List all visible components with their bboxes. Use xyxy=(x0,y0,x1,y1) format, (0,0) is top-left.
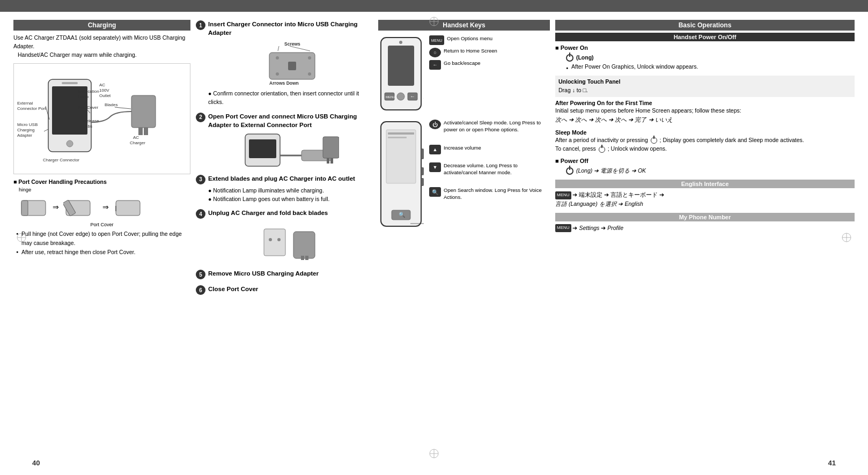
step-1-number: 1 xyxy=(196,20,205,30)
svg-text:MENU: MENU xyxy=(386,95,395,99)
menu-key-icon: MENU xyxy=(429,35,444,45)
arrow-icon-1: ⇒ xyxy=(53,203,59,211)
svg-rect-87 xyxy=(421,178,424,186)
handset-phone-bottom-svg: 🔍 xyxy=(378,119,424,232)
svg-line-55 xyxy=(290,46,310,51)
svg-point-49 xyxy=(308,56,311,60)
power-on-section: ■ Power On (Long) After Power On Graphic… xyxy=(555,44,855,71)
reg-mark-top xyxy=(429,16,439,27)
key-row-vol-down: ▼ Decrease volume. Long Press to activat… xyxy=(429,162,550,176)
key-row-home: ○ Return to Home Screen xyxy=(429,47,550,57)
step-2-number: 2 xyxy=(196,113,205,122)
charging-intro-text: Use AC Charger ZTDAA1 (sold separately) … xyxy=(13,34,190,59)
port-cover-bullets: Pull hinge (not Cover edge) to open Port… xyxy=(13,229,190,256)
step-3: 3 Extend blades and plug AC Charger into… xyxy=(196,174,373,204)
svg-text:Charging: Charging xyxy=(17,128,34,132)
port-cover-label: Port Cover xyxy=(13,222,190,227)
step-1-title: Insert Charger Connector into Micro USB … xyxy=(208,20,373,37)
svg-text:Connector Port: Connector Port xyxy=(17,106,47,111)
step-6-title: Close Port Cover xyxy=(208,285,258,293)
step-3-bullet-2: ● Notification Lamp goes out when batter… xyxy=(208,195,373,204)
svg-point-65 xyxy=(269,238,272,241)
svg-text:Adapter: Adapter xyxy=(17,133,32,138)
svg-text:🔍: 🔍 xyxy=(399,211,406,218)
handset-top-keys-list: MENU Open Options menu ○ Return to Home … xyxy=(429,35,550,114)
power-on-body: (Long) After Power On Graphics, Unlock w… xyxy=(555,53,855,71)
key-home-desc: Return to Home Screen xyxy=(444,47,497,54)
page-number-right: 41 xyxy=(828,459,836,467)
svg-point-50 xyxy=(276,72,279,76)
step-2: 2 Open Port Cover and connect Micro USB … xyxy=(196,112,373,169)
basic-ops-title: Basic Operations xyxy=(555,20,855,31)
power-icon-3 xyxy=(599,146,605,153)
home-key-icon: ○ xyxy=(429,48,441,57)
svg-text:Tabs: Tabs xyxy=(83,124,92,129)
sleep-mode-title: Sleep Mode xyxy=(555,129,855,136)
handset-phone-top-diagram: MENU ← xyxy=(378,35,424,114)
key-row-vol-up: ▲ Increase volume xyxy=(429,144,550,154)
step-3-bullet-1: ● Notification Lamp illuminates while ch… xyxy=(208,187,373,195)
back-key-icon: ← xyxy=(429,60,441,70)
svg-rect-23 xyxy=(138,128,143,135)
svg-rect-15 xyxy=(62,82,78,84)
svg-text:Charger Connector: Charger Connector xyxy=(43,158,79,162)
step-6-number: 6 xyxy=(196,285,205,295)
english-interface-section: MENU ➔ 端末設定 ➔ 言語とキーボード ➔ 言語 (Language) を… xyxy=(555,190,855,209)
my-phone-number-subtitle: My Phone Number xyxy=(555,213,855,221)
charging-diagram-svg: External Connector Port AC 100V Outlet A… xyxy=(16,66,177,170)
step-4-svg xyxy=(259,221,323,264)
step-2-title: Open Port Cover and connect Micro USB Ch… xyxy=(208,112,373,129)
port-cover-diagram: ⇒ ⇒ xyxy=(13,194,190,220)
handset-phone-top-svg: MENU ← xyxy=(378,35,424,113)
svg-rect-61 xyxy=(323,137,339,158)
svg-text:Release: Release xyxy=(83,118,99,123)
svg-point-72 xyxy=(399,41,402,44)
key-row-back: ← Go back/escape xyxy=(429,60,550,70)
basic-ops-section: Basic Operations Handset Power On/Off ■ … xyxy=(553,17,857,470)
power-off-header: ■ Power Off xyxy=(555,158,855,164)
power-on-bullet: After Power On Graphics, Unlock window a… xyxy=(566,63,698,70)
svg-line-54 xyxy=(278,46,279,51)
english-interface-subtitle: English Interface xyxy=(555,180,855,188)
svg-rect-84 xyxy=(388,137,407,138)
power-icon-4 xyxy=(566,167,573,175)
port-cover-bullet-2: After use, retract hinge then close Port… xyxy=(16,248,190,257)
svg-rect-42 xyxy=(21,201,28,216)
svg-point-66 xyxy=(277,238,281,241)
step-3-title: Extend blades and plug AC Charger into A… xyxy=(208,174,355,183)
step-6: 6 Close Port Cover xyxy=(196,285,373,295)
power-off-sequence: (Long) ➔ 電源を切る ➔ OK xyxy=(555,166,855,175)
charging-title: Charging xyxy=(13,20,190,31)
key-row-menu: MENU Open Options menu xyxy=(429,35,550,45)
svg-text:Charger: Charger xyxy=(130,140,145,145)
reg-mark-bottom xyxy=(429,448,439,459)
svg-rect-22 xyxy=(131,95,156,128)
step-1-diagram: Screws Arrows Down xyxy=(208,39,373,87)
svg-line-39 xyxy=(115,107,131,109)
step-3-body: ● Notification Lamp illuminates while ch… xyxy=(196,187,373,204)
svg-text:100V: 100V xyxy=(99,88,109,93)
svg-rect-24 xyxy=(144,128,148,135)
key-row-search: 🔍 Open Search window. Long Press for Voi… xyxy=(429,187,550,201)
charging-diagram: External Connector Port AC 100V Outlet A… xyxy=(13,63,190,174)
key-search-desc: Open Search window. Long Press for Voice… xyxy=(444,187,550,201)
content-area: Charging Use AC Charger ZTDAA1 (sold sep… xyxy=(0,12,868,475)
svg-rect-83 xyxy=(388,132,414,135)
step-1-body: ● Confirm connector orientation, then in… xyxy=(196,90,373,107)
unlocking-title: Unlocking Touch Panel xyxy=(558,78,851,86)
svg-text:Arrows Down: Arrows Down xyxy=(269,80,299,86)
step-4-diagram xyxy=(208,221,373,264)
port-cover-bullet-1: Pull hinge (not Cover edge) to open Port… xyxy=(16,229,190,248)
power-on-header: ■ Power On xyxy=(555,44,855,51)
sleep-mode-text: After a period of inactivity or pressing… xyxy=(555,136,855,154)
search-key-icon: 🔍 xyxy=(429,187,441,197)
step-5-number: 5 xyxy=(196,270,205,279)
handset-bottom-keys-list: ⏻ Activate/cancel Sleep mode. Long Press… xyxy=(429,119,550,233)
menu-badge-1: MENU xyxy=(555,191,571,199)
port-cover-section: ■ Port Cover Handling Precautions hinge … xyxy=(13,179,190,256)
power-key-icon: ⏻ xyxy=(429,120,441,129)
svg-rect-52 xyxy=(288,62,296,70)
handset-bottom-section: 🔍 ⏻ Activate/cancel Sleep mode. Long Pre… xyxy=(378,119,550,233)
step-4: 4 Unplug AC Charger and fold back blades xyxy=(196,209,373,264)
power-icon-2 xyxy=(651,137,657,144)
